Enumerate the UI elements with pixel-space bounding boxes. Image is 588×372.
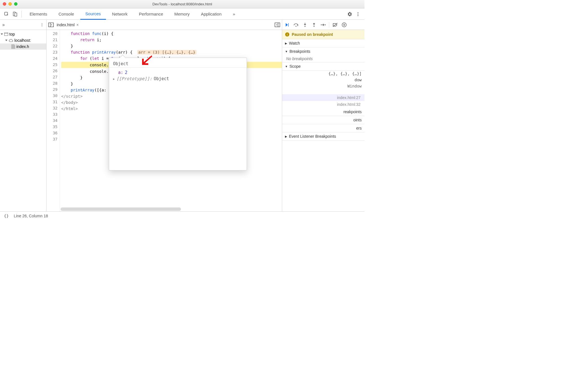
step-icon[interactable] xyxy=(320,22,326,28)
kebab-menu-icon[interactable] xyxy=(354,10,362,18)
paused-banner: Paused on breakpoint xyxy=(282,30,364,39)
prototype-label: [[Prototype]]: xyxy=(116,76,152,81)
resume-icon[interactable] xyxy=(284,22,290,28)
device-toolbar-icon[interactable] xyxy=(11,10,19,18)
panel-tab-network[interactable]: Network xyxy=(107,8,133,20)
svg-point-18 xyxy=(313,26,314,27)
popover-property-row[interactable]: a: 2 xyxy=(109,69,247,76)
panel-tab-elements[interactable]: Elements xyxy=(25,8,52,20)
cloud-icon xyxy=(9,39,13,42)
panel-tab-console[interactable]: Console xyxy=(54,8,79,20)
scope-peek-arr: {…}, {…}, {…}] xyxy=(282,71,364,77)
navigator-kebab-icon[interactable] xyxy=(40,23,44,27)
debugger-panel: Paused on breakpoint ▶ Watch ▼ Breakpoin… xyxy=(282,20,364,211)
svg-point-4 xyxy=(358,14,359,14)
svg-rect-2 xyxy=(15,13,17,16)
disclosure-triangle-icon xyxy=(1,34,3,35)
disclosure-triangle-icon xyxy=(5,40,8,41)
minimize-window-icon[interactable] xyxy=(8,2,12,6)
svg-point-17 xyxy=(304,26,305,27)
window-controls xyxy=(3,2,17,6)
navigator-overflow-icon[interactable]: » xyxy=(2,22,5,27)
pretty-print-icon[interactable]: {} xyxy=(4,214,9,218)
pause-on-exceptions-icon[interactable] xyxy=(341,22,347,28)
navigator-panel: » top localhost: index.h xyxy=(0,20,47,211)
svg-rect-15 xyxy=(288,23,289,27)
svg-rect-23 xyxy=(344,24,345,26)
breakpoints-section-header[interactable]: ▼ Breakpoints xyxy=(282,47,364,55)
tree-file[interactable]: index.h xyxy=(0,43,46,50)
scope-peek-win1: dow xyxy=(282,77,364,83)
svg-point-8 xyxy=(42,25,42,26)
close-window-icon[interactable] xyxy=(3,2,6,6)
devtools-tabstrip: ElementsConsoleSourcesNetworkPerformance… xyxy=(0,8,364,20)
panel-tab-sources[interactable]: Sources xyxy=(80,8,106,20)
file-icon xyxy=(11,44,15,49)
value-preview-popover: Object a: 2 ▶ [[Prototype]]: Object xyxy=(109,58,247,170)
inspect-element-icon[interactable] xyxy=(3,10,10,18)
scope-section-header[interactable]: ▼ Scope xyxy=(282,62,364,70)
toggle-debugger-icon[interactable] xyxy=(275,23,280,27)
panel-tab-performance[interactable]: Performance xyxy=(134,8,168,20)
tree-top-frame[interactable]: top xyxy=(0,31,46,37)
status-bar: {} Line 26, Column 18 xyxy=(0,211,364,220)
svg-point-5 xyxy=(358,15,359,16)
svg-point-6 xyxy=(42,23,42,24)
panel-tab-memory[interactable]: Memory xyxy=(169,8,195,20)
toggle-navigator-icon[interactable] xyxy=(48,23,54,27)
callstack-location: index.html:27 xyxy=(337,95,361,100)
step-over-icon[interactable] xyxy=(293,22,299,28)
file-tree: top localhost: index.h xyxy=(0,30,46,50)
panels-overflow-icon[interactable]: » xyxy=(228,8,240,20)
info-icon xyxy=(285,32,289,37)
deactivate-breakpoints-icon[interactable] xyxy=(332,22,338,28)
svg-rect-26 xyxy=(287,33,287,34)
annotation-arrow-icon xyxy=(141,54,153,65)
svg-point-16 xyxy=(295,26,296,27)
close-tab-icon[interactable]: × xyxy=(76,23,79,27)
editor-hscrollbar[interactable] xyxy=(61,207,280,211)
prototype-value: Object xyxy=(154,76,169,81)
panel-tab-application[interactable]: Application xyxy=(196,8,227,20)
section-label: Breakpoints xyxy=(289,49,310,54)
svg-point-3 xyxy=(358,12,359,13)
divider xyxy=(21,11,22,17)
callstack-row[interactable]: index.html:27 xyxy=(282,94,364,101)
property-name: a: xyxy=(118,70,123,75)
scope-peek-win2: Window xyxy=(282,83,364,89)
window-title: DevTools - localhost:8080/index.html xyxy=(152,2,212,6)
macos-titlebar: DevTools - localhost:8080/index.html xyxy=(0,0,364,8)
callstack-location: index.html:32 xyxy=(337,102,361,107)
settings-gear-icon[interactable] xyxy=(346,10,353,18)
svg-rect-9 xyxy=(5,33,8,36)
section-label: Watch xyxy=(289,41,300,45)
cursor-position: Line 26, Column 18 xyxy=(14,214,48,218)
svg-rect-25 xyxy=(287,34,287,36)
global-listeners-header[interactable]: ers xyxy=(282,124,364,132)
tree-label: localhost: xyxy=(14,38,31,43)
property-value: 2 xyxy=(125,70,127,75)
editor-tab-label: index.html xyxy=(57,23,75,27)
popover-title: Object xyxy=(109,60,247,68)
paused-banner-text: Paused on breakpoint xyxy=(292,32,333,37)
svg-point-19 xyxy=(325,24,326,25)
step-out-icon[interactable] xyxy=(311,22,317,28)
svg-point-7 xyxy=(42,24,42,25)
callstack-row[interactable]: index.html:32 xyxy=(282,101,364,108)
step-into-icon[interactable] xyxy=(302,22,308,28)
watch-section-header[interactable]: ▶ Watch xyxy=(282,39,364,47)
zoom-window-icon[interactable] xyxy=(14,2,17,6)
svg-rect-22 xyxy=(344,24,344,26)
tree-origin[interactable]: localhost: xyxy=(0,37,46,43)
editor-tab[interactable]: index.html × xyxy=(56,23,80,27)
svg-point-21 xyxy=(342,23,346,27)
breakpoints-empty-text: No breakpoints xyxy=(282,55,364,62)
window-frame-icon xyxy=(4,32,8,36)
line-gutter[interactable]: 202122232425262728293031323334353637 xyxy=(47,30,60,211)
tree-label: top xyxy=(9,32,15,36)
event-listener-breakpoints-header[interactable]: ▶Event Listener Breakpoints xyxy=(282,132,364,140)
tree-label: index.h xyxy=(16,44,29,49)
xhr-breakpoints-header[interactable]: oints xyxy=(282,116,364,124)
popover-prototype-row[interactable]: ▶ [[Prototype]]: Object xyxy=(109,76,247,82)
dom-breakpoints-header[interactable]: reakpoints xyxy=(282,108,364,116)
